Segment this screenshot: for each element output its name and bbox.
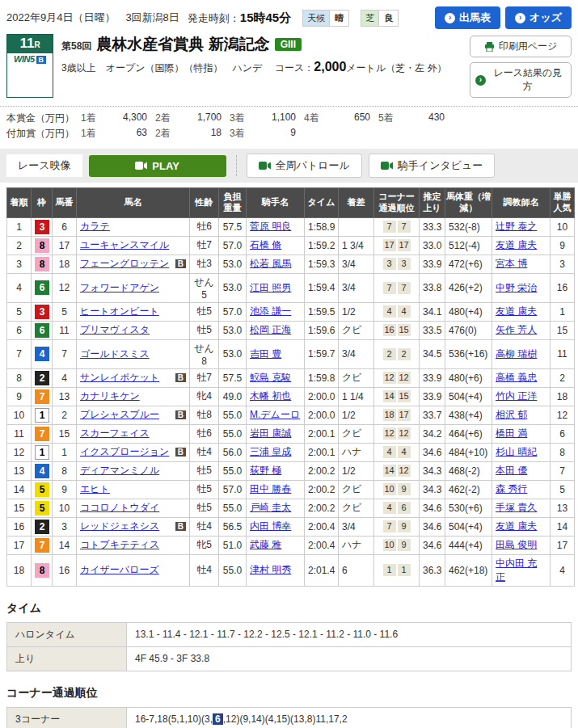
finish-time: 2:00.4 [305, 517, 339, 536]
margin: クビ [339, 321, 374, 339]
patrol-video-button[interactable]: 全周パトロール [247, 154, 362, 178]
jockey-link[interactable]: M.デムーロ [250, 409, 300, 420]
last-3f: 33.5 [420, 321, 445, 339]
carried-weight: 55.0 [219, 424, 247, 443]
trainer-link[interactable]: 辻野 泰之 [496, 221, 537, 232]
trainer-link[interactable]: 森 秀行 [496, 483, 527, 494]
jockey-link[interactable]: 三浦 皇成 [250, 446, 291, 457]
jockey-link[interactable]: 武藤 雅 [250, 539, 281, 550]
corner-positions-cell: 11 [374, 554, 420, 586]
trainer-link[interactable]: 本田 優 [496, 465, 527, 476]
horse-number: 5 [53, 302, 77, 321]
horse-number: 18 [53, 255, 77, 273]
trainer-link[interactable]: 友道 康夫 [496, 239, 537, 250]
trainer-cell: 友道 康夫 [492, 302, 551, 321]
horse-name-link[interactable]: ヒートオンビート [80, 305, 159, 318]
jockey-link[interactable]: 吉田 豊 [250, 348, 281, 360]
horse-name-link[interactable]: カイザーバローズ [80, 563, 159, 577]
jockey-link[interactable]: 戸崎 圭太 [250, 502, 291, 513]
jockey-link[interactable]: 津村 明秀 [250, 564, 291, 575]
jockey-link[interactable]: 荻野 極 [250, 465, 281, 476]
trainer-link[interactable]: 手塚 貴久 [496, 502, 537, 513]
horse-name-link[interactable]: レッドジェネシス [80, 520, 159, 533]
win-popularity: 7 [551, 461, 575, 480]
trainer-link[interactable]: 矢作 芳人 [496, 324, 537, 335]
trainer-link[interactable]: 高橋 義忠 [496, 372, 537, 383]
jockey-link[interactable]: 田中 勝春 [250, 483, 291, 494]
bracket-number: 4 [35, 347, 49, 361]
horse-name-link[interactable]: スカーフェイス [80, 427, 150, 440]
result-row: 136カラテ牡657.5菅原 明良1:58.97733.3532(-8)辻野 泰… [7, 217, 575, 236]
print-page-button[interactable]: 印刷用ページ [470, 36, 572, 57]
sex-age: 牡5 [190, 499, 219, 517]
jockey-link[interactable]: 江田 照男 [250, 282, 291, 293]
horse-name-link[interactable]: カナリキケン [80, 389, 140, 403]
jockey-link[interactable]: 鮫島 克駿 [250, 372, 291, 383]
last-3f: 34.6 [420, 517, 445, 536]
jockey-link[interactable]: 岩田 康誠 [250, 427, 291, 439]
win-popularity: 15 [551, 321, 575, 339]
blinkers-badge: B [175, 522, 186, 531]
horse-name-link[interactable]: サンレイポケット [80, 371, 159, 385]
result-row: 11715スカーフェイス牡655.0岩田 康誠2:00.1クビ121234.24… [7, 424, 575, 443]
bracket-cell: 4 [32, 461, 53, 480]
win5-badge: WIN5B [7, 53, 53, 65]
margin: クビ [339, 368, 374, 387]
trainer-link[interactable]: 友道 康夫 [496, 520, 537, 532]
horse-name-link[interactable]: ゴールドスミス [80, 347, 150, 361]
carried-weight: 57.0 [219, 302, 247, 321]
finish-time: 2:00.2 [305, 480, 339, 499]
trainer-link[interactable]: 友道 康夫 [496, 305, 537, 317]
trainer-link[interactable]: 橋田 満 [496, 427, 527, 439]
horse-name-link[interactable]: イクスプロージョン [80, 445, 169, 459]
finish-time: 2:00.0 [305, 406, 339, 424]
bracket-cell: 5 [32, 499, 53, 517]
finish-position: 5 [7, 302, 32, 321]
horse-name-link[interactable]: コトブキテティス [80, 538, 159, 552]
jockey-link[interactable]: 木幡 初也 [250, 390, 291, 402]
finish-position: 2 [7, 236, 32, 255]
trainer-link[interactable]: 竹内 正洋 [496, 390, 537, 402]
horse-name-link[interactable]: ユーキャンスマイル [80, 238, 169, 252]
entries-button[interactable]: › 出馬表 [435, 6, 500, 29]
trainer-cell: 杉山 晴紀 [492, 443, 551, 461]
odds-button[interactable]: › オッズ [505, 6, 572, 29]
horse-name-link[interactable]: ココロノトウダイ [80, 501, 159, 515]
sex-age: 牡4 [190, 554, 219, 586]
horse-weight: 536(+16) [445, 339, 492, 368]
jockey-link[interactable]: 松若 風馬 [250, 258, 291, 269]
trainer-link[interactable]: 高柳 瑞樹 [496, 348, 537, 360]
corner-position-box: 10 [383, 539, 396, 551]
trainer-link[interactable]: 中野 栄治 [496, 282, 537, 293]
play-button[interactable]: PLAY [89, 155, 226, 177]
horse-name-link[interactable]: エヒト [80, 482, 110, 496]
last-3f: 36.3 [420, 554, 445, 586]
trainer-link[interactable]: 田島 俊明 [496, 539, 537, 550]
horse-name-link[interactable]: ディアマンミノル [80, 464, 159, 478]
trainer-link[interactable]: 相沢 郁 [496, 409, 527, 420]
jockey-cell: 菅原 明良 [247, 217, 305, 236]
horse-number: 6 [53, 217, 77, 236]
horse-name-link[interactable]: フェーングロッテン [80, 257, 169, 271]
bracket-number: 4 [35, 464, 49, 478]
results-guide-button[interactable]: › レース結果の見方 [470, 62, 572, 98]
horse-number: 9 [53, 480, 77, 499]
horse-name-link[interactable]: プリマヴィスタ [80, 323, 150, 337]
horse-name-link[interactable]: フォワードアゲン [80, 281, 159, 295]
horse-name-link[interactable]: プレシャスブルー [80, 408, 159, 422]
jockey-link[interactable]: 池添 謙一 [250, 305, 291, 317]
jockey-cell: 三浦 皇成 [247, 443, 305, 461]
win-popularity: 16 [551, 273, 575, 302]
jockey-interview-button[interactable]: 騎手インタビュー [369, 154, 496, 178]
jockey-link[interactable]: 松岡 正海 [250, 324, 291, 335]
video-camera-icon [381, 162, 393, 170]
jockey-link[interactable]: 内田 博幸 [250, 520, 291, 532]
horse-name-link[interactable]: カラテ [80, 220, 110, 234]
trainer-link[interactable]: 中内田 充正 [496, 558, 537, 583]
jockey-link[interactable]: 石橋 脩 [250, 239, 281, 250]
trainer-link[interactable]: 杉山 晴紀 [496, 446, 537, 457]
trainer-link[interactable]: 宮本 博 [496, 258, 527, 269]
jockey-link[interactable]: 菅原 明良 [250, 221, 291, 232]
horse-number: 12 [53, 273, 77, 302]
corner-tbody: 3コーナー16-7,18(5,1,10)(3,6,12)(9,14)(4,15)… [7, 707, 572, 728]
